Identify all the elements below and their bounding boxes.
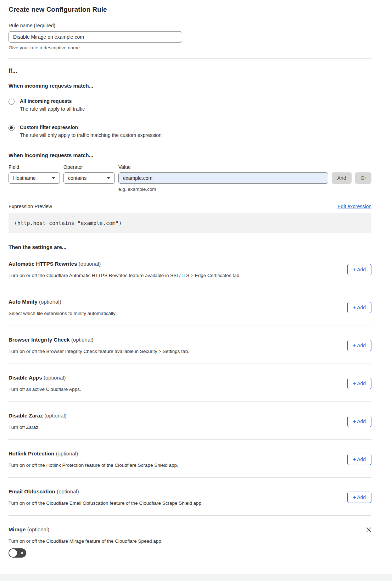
- setting-optional-suffix: (optional): [79, 261, 101, 267]
- field-column-label: Field: [9, 164, 60, 170]
- setting-optional-suffix: (optional): [44, 375, 66, 381]
- setting-description: Turn off Zaraz.: [9, 425, 340, 430]
- rule-name-label: Rule name (required): [9, 23, 371, 28]
- setting-optional-suffix: (optional): [27, 526, 50, 532]
- setting-name: Automatic HTTPS Rewrites: [9, 261, 77, 267]
- rule-name-helper: Give your rule a descriptive name.: [9, 45, 371, 50]
- operator-select[interactable]: contains: [63, 172, 115, 184]
- setting-description: Turn on or off the Cloudflare Mirage fea…: [9, 538, 371, 544]
- expression-preview-label: Expression Preview: [9, 204, 52, 209]
- setting-name: Disable Zaraz: [9, 413, 43, 419]
- setting-optional-suffix: (optional): [56, 450, 78, 456]
- setting-description: Turn on or off the Cloudflare Email Obfu…: [9, 500, 340, 506]
- match-type-heading: When incoming requests match...: [9, 83, 371, 89]
- value-helper: e.g. example.com: [118, 187, 328, 192]
- radio-option-description: The rule will apply to all traffic: [20, 106, 85, 112]
- setting-name: Email Obfuscation: [9, 488, 55, 494]
- settings-heading: Then the settings are...: [9, 244, 371, 250]
- field-select[interactable]: Hostname: [9, 172, 60, 184]
- radio-option-custom-filter-expression[interactable]: Custom filter expression The rule will o…: [9, 124, 371, 138]
- radio-option-label: Custom filter expression: [20, 124, 162, 130]
- operator-select-value: contains: [68, 175, 86, 181]
- setting-name: Auto Minify: [9, 299, 38, 305]
- setting-row: Email Obfuscation (optional) Turn on or …: [9, 478, 371, 516]
- expression-preview-code: (http.host contains "example.com"): [9, 213, 371, 233]
- setting-row: Hotlink Protection (optional) Turn on or…: [9, 440, 371, 478]
- setting-optional-suffix: (optional): [57, 488, 79, 494]
- operator-column-label: Operator: [63, 164, 115, 170]
- close-icon[interactable]: [366, 527, 371, 532]
- add-setting-button[interactable]: + Add: [347, 454, 371, 465]
- toggle-off-x-icon: ✕: [20, 551, 24, 555]
- setting-optional-suffix: (optional): [71, 337, 94, 343]
- create-configuration-rule-form: Create new Configuration Rule Rule name …: [0, 0, 392, 574]
- chevron-down-icon: [107, 177, 110, 179]
- chevron-down-icon: [52, 177, 55, 179]
- setting-description: Turn on or off the Cloudflare Automatic …: [9, 273, 340, 278]
- toggle-knob[interactable]: [9, 549, 17, 557]
- add-setting-button[interactable]: + Add: [347, 378, 371, 389]
- add-setting-button[interactable]: + Add: [347, 302, 371, 313]
- add-setting-button[interactable]: + Add: [347, 492, 371, 503]
- radio-button-icon[interactable]: [9, 125, 15, 131]
- setting-description: Turn off all active Cloudflare Apps.: [9, 387, 340, 392]
- add-setting-button[interactable]: + Add: [347, 340, 371, 351]
- setting-optional-suffix: (optional): [39, 299, 61, 305]
- value-input[interactable]: [118, 172, 328, 184]
- mirage-toggle[interactable]: ✕: [9, 548, 26, 558]
- expression-builder-row: Field Operator Value Hostname contains A…: [9, 164, 371, 192]
- setting-description: Select which file extensions to minify a…: [9, 311, 340, 316]
- setting-row: Disable Apps (optional) Turn off all act…: [9, 364, 371, 402]
- setting-name: Hotlink Protection: [9, 450, 54, 456]
- setting-description: Turn on or off the Hotlink Protection fe…: [9, 463, 340, 468]
- setting-description: Turn on or off the Browser Integrity Che…: [9, 349, 340, 354]
- rule-name-input[interactable]: [9, 31, 182, 43]
- edit-expression-link[interactable]: Edit expression: [337, 204, 371, 209]
- radio-option-all-incoming-requests[interactable]: All incoming requests The rule will appl…: [9, 98, 371, 112]
- setting-optional-suffix: (optional): [44, 413, 67, 419]
- or-button[interactable]: Or: [355, 172, 371, 184]
- radio-option-label: All incoming requests: [20, 98, 85, 104]
- radio-option-description: The rule will only apply to traffic matc…: [20, 132, 162, 138]
- radio-button-icon[interactable]: [9, 99, 15, 105]
- add-setting-button[interactable]: + Add: [347, 264, 371, 275]
- and-button[interactable]: And: [332, 172, 352, 184]
- setting-name: Browser Integrity Check: [9, 337, 70, 343]
- if-heading: If...: [9, 67, 371, 74]
- settings-list: Automatic HTTPS Rewrites (optional) Turn…: [9, 250, 371, 516]
- setting-row: Browser Integrity Check (optional) Turn …: [9, 326, 371, 364]
- add-setting-button[interactable]: + Add: [347, 416, 371, 427]
- value-column-label: Value: [118, 164, 328, 170]
- setting-name: Disable Apps: [9, 375, 42, 381]
- setting-row: Disable Zaraz (optional) Turn off Zaraz.…: [9, 402, 371, 440]
- setting-row: Automatic HTTPS Rewrites (optional) Turn…: [9, 250, 371, 288]
- setting-row: Auto Minify (optional) Select which file…: [9, 288, 371, 326]
- setting-row-mirage: Mirage (optional) Turn on or off the Clo…: [9, 516, 371, 559]
- expression-builder-heading: When incoming requests match...: [9, 152, 371, 158]
- setting-name: Mirage: [9, 526, 26, 532]
- page-title: Create new Configuration Rule: [9, 6, 371, 13]
- section-divider: [9, 58, 371, 59]
- page-background-strip: [0, 574, 392, 581]
- field-select-value: Hostname: [13, 175, 36, 181]
